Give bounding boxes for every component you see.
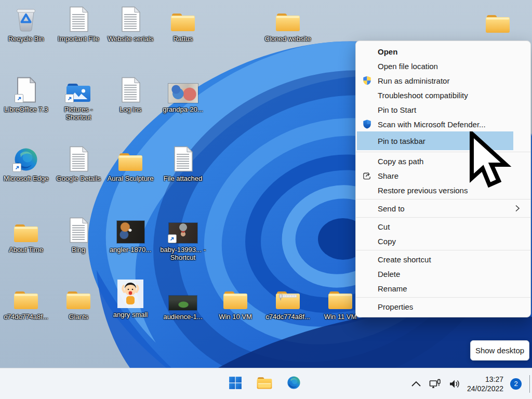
file-explorer-icon [257,376,272,392]
desktop-icon-recycle-bin[interactable]: Recycle Bin [1,5,51,43]
desktop-icon-label: Aural Sculpture [108,175,154,182]
desktop-icon-grandpa-photo[interactable]: grandpa-20... [158,76,208,113]
desktop-icon-libreoffice[interactable]: LibreOffice 7.3 [1,76,51,113]
desktop-icon-label: angry small [113,311,148,318]
folder-icon [328,289,353,310]
desktop-icon-label: Recycle Bin [8,35,44,43]
notification-badge[interactable]: 2 [510,378,522,390]
desktop-icon-angler-photo[interactable]: angler-1870... [105,216,155,254]
desktop-icon-label: About Time [9,246,43,254]
desktop-icon-rattus[interactable]: Rattus [158,5,208,43]
folder-icon [14,289,38,310]
desktop-icon-label: Win 10 VM [219,313,252,321]
menu-item-delete[interactable]: Delete [357,267,529,281]
photo-thumbnail [168,84,198,103]
time: 13:27 [467,375,503,384]
edge-button[interactable] [286,376,301,392]
desktop-icon-label: Microsoft Edge [4,175,49,182]
desktop-icon-microsoft-edge[interactable]: Microsoft Edge [1,145,51,182]
desktop-icon-label: Win 11 VM [324,313,357,321]
desktop-icon-pictures-shortcut[interactable]: Pictures - Shortcut [54,76,103,121]
folder-icon [14,222,38,243]
menu-item-cut[interactable]: Cut [357,219,529,234]
desktop-icon-top-right-folder[interactable] [473,7,523,36]
menu-item-open[interactable]: Open [357,44,529,59]
desktop-icon-c74dc774a8f-folder[interactable]: c74dc774a8f... [1,283,51,321]
desktop-icon-label: baby-13993... - Shortcut [158,246,208,261]
windows-desktop: Recycle Bin Important File Website seria… [0,0,532,399]
mouse-cursor [469,131,512,191]
menu-item-pin-to-start[interactable]: Pin to Start [357,102,529,117]
menu-item-send-to[interactable]: Send to [357,201,529,216]
start-button[interactable] [228,376,243,392]
menu-item-scan-with-defender[interactable]: Scan with Microsoft Defender... [357,117,529,131]
clock[interactable]: 13:27 24/02/2022 [467,375,503,393]
cartoon-thumbnail [117,280,143,308]
tray-overflow-chevron[interactable] [410,380,422,388]
text-document-icon [120,6,141,32]
desktop-icon-angry-small[interactable]: angry small [105,281,155,318]
volume-icon[interactable] [448,378,460,390]
pictures-folder-icon [66,82,91,103]
desktop-icon-label: Google Details [56,175,100,182]
desktop-icon-label: Pictures - Shortcut [54,105,103,121]
shortcut-arrow-icon [168,234,177,243]
shortcut-arrow-icon [65,94,74,103]
uac-shield-icon [363,76,371,86]
menu-separator [356,250,530,250]
desktop-icon-cloned-website[interactable]: Cloned website [263,5,313,43]
desktop-icon-label: angler-1870... [110,246,151,254]
file-explorer-button[interactable] [257,376,272,392]
taskbar: 13:27 24/02/2022 2 [0,368,532,399]
edge-icon [287,376,301,392]
desktop-icon-audience-photo[interactable]: audience-1... [158,283,208,321]
date: 24/02/2022 [467,384,503,393]
desktop-icon-win-10-vm[interactable]: Win 10 VM [210,283,260,321]
menu-item-run-as-administrator[interactable]: Run as administrator [357,73,529,88]
desktop-icon-file-attached[interactable]: File attached [158,145,208,182]
network-icon[interactable] [429,378,441,390]
text-document-icon [172,146,193,172]
photo-thumbnail [169,223,197,243]
menu-separator [356,199,530,200]
menu-item-properties[interactable]: Properties [357,299,529,314]
menu-separator [356,297,530,298]
desktop-icon-label: c74dc774a8f... [4,313,48,321]
menu-item-rename[interactable]: Rename [357,281,529,296]
desktop-icon-website-serials[interactable]: Website serials [105,5,155,43]
desktop-icon-about-time[interactable]: About Time [1,216,51,254]
desktop-icon-label: audience-1... [163,313,202,321]
desktop-icon-label: Log ins [119,105,141,113]
share-icon [363,171,373,180]
desktop-icon-label: Rattus [173,35,193,43]
menu-item-open-file-location[interactable]: Open file location [357,59,529,73]
desktop-icon-important-file[interactable]: Important File [54,5,103,43]
folder-icon [275,11,300,32]
desktop-icon-giants[interactable]: Giants [54,283,103,321]
show-desktop-divider[interactable] [529,375,530,393]
show-desktop-tooltip: Show desktop [470,340,529,361]
desktop-icon-google-details[interactable]: Google Details [54,145,103,182]
desktop-icon-baby-shortcut[interactable]: baby-13993... - Shortcut [158,216,208,261]
desktop-icon-c74dc774a8f-zip[interactable]: c74dc774a8f... [263,283,313,321]
defender-shield-icon [363,119,371,129]
shortcut-arrow-icon [12,163,21,172]
desktop-icon-label: grandpa-20... [163,105,203,113]
desktop-icon-label: File attached [164,175,202,182]
desktop-icon-bing[interactable]: Bing [54,216,103,254]
folder-icon [223,289,248,310]
windows-logo-icon [229,376,242,392]
desktop-icon-label: Bing [72,246,85,254]
zipped-folder-icon [275,289,300,310]
menu-item-create-shortcut[interactable]: Create shortcut [357,252,529,267]
folder-icon [66,289,91,310]
menu-item-copy[interactable]: Copy [357,234,529,248]
desktop-icon-log-ins[interactable]: Log ins [105,76,155,113]
blank-document-icon [16,77,36,103]
menu-separator [356,217,530,218]
folder-icon [170,11,195,32]
desktop-icon-aural-sculpture[interactable]: Aural Sculpture [105,145,155,182]
photo-thumbnail [169,296,197,310]
menu-item-troubleshoot-compatibility[interactable]: Troubleshoot compatibility [357,88,529,102]
text-document-icon [68,217,89,243]
